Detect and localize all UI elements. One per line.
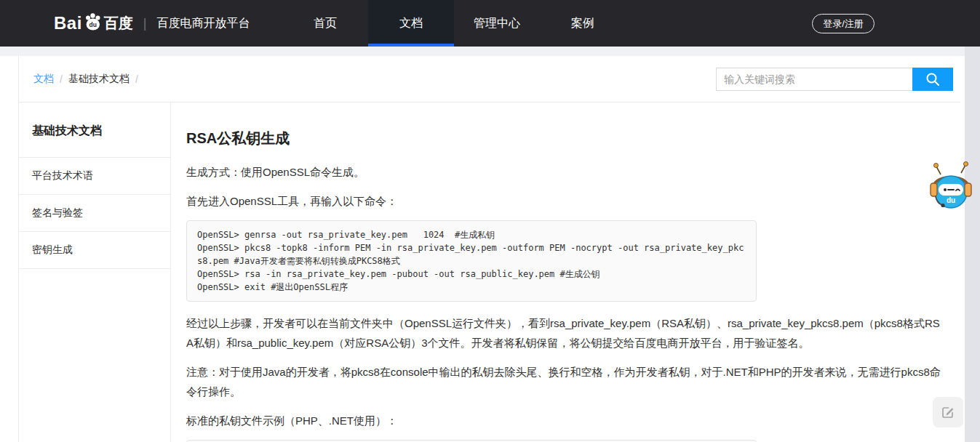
baidu-paw-icon: du bbox=[83, 12, 103, 31]
sidebar-item-sign-verify[interactable]: 签名与验签 bbox=[19, 195, 170, 232]
logo-divider: | bbox=[143, 16, 147, 31]
breadcrumb-separator: / bbox=[60, 73, 63, 85]
svg-text:du: du bbox=[947, 196, 955, 204]
paragraph-java-note: 注意：对于使用Java的开发者，将pkcs8在console中输出的私钥去除头尾… bbox=[186, 362, 946, 401]
baidu-logo[interactable]: Bai du 百度 | 百度电商开放平台 bbox=[54, 0, 250, 47]
article-main: RSA公私钥生成 生成方式：使用OpenSSL命令生成。 首先进入OpenSSL… bbox=[171, 103, 960, 442]
breadcrumb-row: 文档 / 基础技术文档 / bbox=[19, 56, 960, 103]
nav-item-console[interactable]: 管理中心 bbox=[454, 0, 540, 47]
sidebar-item-key-generation[interactable]: 密钥生成 bbox=[19, 232, 170, 269]
feedback-edit-button[interactable] bbox=[933, 397, 963, 427]
body-row: 基础技术文档 平台技术术语 签名与验签 密钥生成 RSA公私钥生成 生成方式：使… bbox=[19, 103, 960, 442]
sidebar-item-platform-terms[interactable]: 平台技术术语 bbox=[19, 158, 170, 195]
paragraph-result-files: 经过以上步骤，开发者可以在当前文件夹中（OpenSSL运行文件夹），看到rsa_… bbox=[186, 313, 946, 353]
logo-text-brand: 百度 bbox=[104, 14, 133, 33]
search-box bbox=[716, 68, 953, 91]
site-name: 百度电商开放平台 bbox=[157, 16, 250, 31]
search-input[interactable] bbox=[716, 68, 912, 91]
logo-text-bai: Bai bbox=[54, 13, 82, 33]
top-navbar: Bai du 百度 | 百度电商开放平台 首页 文档 管理中心 案例 登录/注册 bbox=[0, 0, 980, 47]
page-background-band bbox=[0, 47, 980, 56]
search-button[interactable] bbox=[912, 68, 953, 91]
paragraph-private-key-example: 标准的私钥文件示例（PHP、.NET使用）： bbox=[186, 411, 946, 430]
breadcrumb-current: 基础技术文档 bbox=[68, 73, 130, 86]
svg-text:du: du bbox=[89, 21, 96, 28]
search-icon bbox=[924, 71, 941, 88]
nav-item-cases[interactable]: 案例 bbox=[540, 0, 626, 47]
page-title: RSA公私钥生成 bbox=[186, 129, 946, 148]
main-nav: 首页 文档 管理中心 案例 bbox=[282, 0, 626, 47]
breadcrumb-separator: / bbox=[135, 73, 138, 85]
sidebar-title: 基础技术文档 bbox=[19, 103, 170, 158]
code-block-openssl-commands: OpenSSL> genrsa -out rsa_private_key.pem… bbox=[186, 220, 757, 302]
content-container: 文档 / 基础技术文档 / 基础技术文档 平台技术术语 签名与验签 密钥生 bbox=[18, 56, 960, 442]
du-mascot-robot[interactable]: du bbox=[930, 161, 972, 220]
nav-item-docs[interactable]: 文档 bbox=[368, 0, 454, 47]
login-register-button[interactable]: 登录/注册 bbox=[812, 14, 875, 33]
sidebar: 基础技术文档 平台技术术语 签名与验签 密钥生成 bbox=[19, 103, 171, 442]
breadcrumb-docs-link[interactable]: 文档 bbox=[33, 73, 54, 86]
nav-item-home[interactable]: 首页 bbox=[282, 0, 368, 47]
paragraph-generation-method: 生成方式：使用OpenSSL命令生成。 bbox=[186, 162, 946, 182]
scrollbar-track[interactable] bbox=[965, 47, 980, 442]
breadcrumb: 文档 / 基础技术文档 / bbox=[33, 73, 138, 86]
edit-icon bbox=[941, 405, 955, 419]
paragraph-openssl-intro: 首先进入OpenSSL工具，再输入以下命令： bbox=[186, 191, 946, 211]
